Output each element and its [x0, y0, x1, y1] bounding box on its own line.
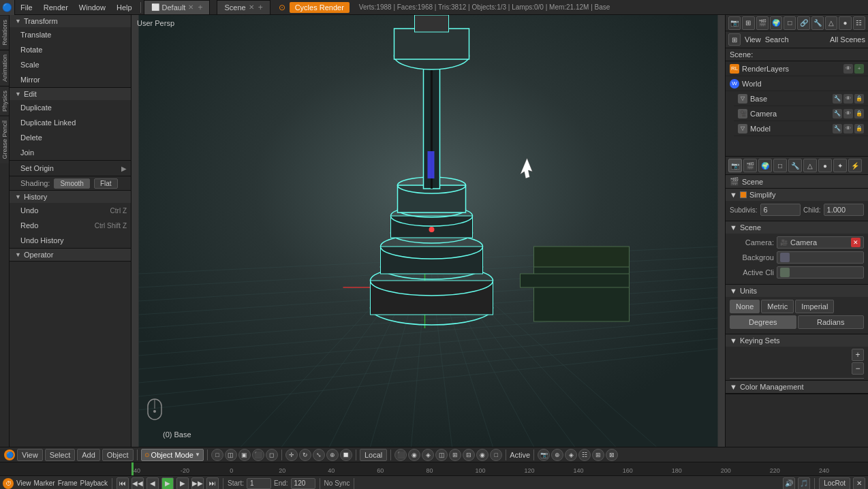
prop-tab-part[interactable]: ✦ — [833, 159, 847, 172]
outliner-allscenes-btn[interactable]: All Scenes — [830, 35, 865, 44]
transform-space-btn[interactable]: Local — [360, 449, 387, 461]
end-field[interactable]: 120 — [291, 478, 315, 489]
camera-field[interactable]: 🎥 Camera ✕ — [777, 236, 864, 249]
outliner-base[interactable]: ▽ Base 🔧 👁 🔒 — [734, 91, 868, 106]
object-menu-btn[interactable]: Object — [102, 449, 134, 461]
edit-header[interactable]: ▼ Edit — [10, 88, 131, 100]
select-btn[interactable]: Select — [45, 449, 76, 461]
play-prev-key[interactable]: ◀◀ — [131, 477, 144, 490]
play-next-key[interactable]: ▶▶ — [191, 477, 204, 490]
view-btn[interactable]: View — [17, 449, 43, 461]
set-origin-btn[interactable]: Set Origin ▶ — [10, 161, 131, 176]
subdiv-field[interactable]: 6 — [760, 204, 801, 216]
model-eye[interactable]: 👁 — [843, 124, 853, 133]
loc-rot-btn[interactable]: LocRot — [819, 477, 850, 490]
prop-data-tab[interactable]: △ — [825, 16, 837, 30]
tool-move[interactable]: ✛ — [285, 449, 298, 461]
render-engine-label[interactable]: Cycles Render — [290, 2, 350, 13]
units-metric-btn[interactable]: Metric — [761, 300, 794, 313]
camera-lock[interactable]: 🔒 — [854, 109, 864, 119]
overlay-btn5[interactable]: ⊞ — [449, 449, 461, 461]
play-jump-start[interactable]: ⏮ — [117, 477, 129, 490]
transform-header[interactable]: ▼ Transform — [10, 15, 131, 27]
audio-btn2[interactable]: 🎵 — [798, 477, 810, 490]
rv-btn5[interactable]: ⊞ — [592, 449, 604, 461]
audio-btn[interactable]: 🔊 — [783, 477, 795, 490]
play-jump-end[interactable]: ⏭ — [206, 477, 219, 490]
prop-scene-tab[interactable]: 🎬 — [756, 16, 769, 30]
outliner-view-btn[interactable]: View — [745, 35, 761, 44]
viewport-rendered-btn[interactable]: ⬛ — [252, 449, 264, 461]
rv-btn3[interactable]: ◈ — [565, 449, 577, 461]
undo-history-btn[interactable]: Undo History — [10, 233, 131, 248]
rv-btn2[interactable]: ⊕ — [551, 449, 563, 461]
units-degrees-btn[interactable]: Degrees — [730, 315, 796, 329]
duplicate-linked-btn[interactable]: Duplicate Linked — [10, 115, 131, 130]
scene-prop-header[interactable]: 🎬 Scene — [726, 175, 868, 188]
help-menu[interactable]: Help — [111, 0, 138, 15]
units-header[interactable]: ▼ Units — [726, 285, 868, 297]
viewport-solid2-btn[interactable]: ◻ — [266, 449, 278, 461]
viewport-solid-btn[interactable]: □ — [211, 449, 223, 461]
play-next-frame[interactable]: ▶ — [176, 477, 189, 490]
prop-tab-data2[interactable]: △ — [803, 159, 817, 172]
overlay-btn8[interactable]: □ — [490, 449, 502, 461]
overlay-btn2[interactable]: ◉ — [408, 449, 420, 461]
timeline-playback-btn[interactable]: Playback — [80, 479, 108, 487]
prop-texture-tab[interactable]: ☷ — [853, 16, 865, 30]
background-field[interactable] — [777, 251, 864, 264]
duplicate-btn[interactable]: Duplicate — [10, 100, 131, 115]
base-tool[interactable]: 🔧 — [833, 94, 842, 104]
renderlayers-eye[interactable]: 👁 — [843, 64, 853, 74]
prop-material-tab[interactable]: ● — [839, 16, 851, 30]
color-mgmt-header[interactable]: ▼ Color Management — [726, 381, 868, 394]
rotate-btn[interactable]: Rotate — [10, 42, 131, 57]
prop-tab-scene2[interactable]: 🎬 — [743, 159, 757, 172]
tool-rotate[interactable]: ↻ — [299, 449, 311, 461]
rv-btn1[interactable]: 📷 — [538, 449, 550, 461]
scale-btn[interactable]: Scale — [10, 57, 131, 72]
prop-constraints-tab[interactable]: 🔗 — [797, 16, 809, 30]
viewport-icon[interactable]: 🔵 — [4, 449, 15, 460]
outliner-world[interactable]: W World — [726, 76, 868, 91]
base-lock[interactable]: 🔒 — [854, 94, 864, 104]
overlay-btn3[interactable]: ◈ — [422, 449, 434, 461]
vtab-grease-pencil[interactable]: Grease Pencil — [0, 116, 9, 163]
outliner-camera[interactable]: 🎥 Camera 🔧 👁 🔒 — [734, 106, 868, 121]
operator-header[interactable]: ▼ Operator — [10, 249, 131, 261]
prop-tab-mod[interactable]: 🔧 — [788, 159, 802, 172]
undo-btn[interactable]: Undo Ctrl Z — [10, 203, 131, 218]
outliner-search-btn[interactable]: Search — [765, 35, 789, 44]
smooth-btn[interactable]: Smooth — [54, 178, 89, 189]
model-lock[interactable]: 🔒 — [854, 124, 864, 133]
delete-btn[interactable]: Delete — [10, 130, 131, 145]
units-radians-btn[interactable]: Radians — [798, 315, 865, 329]
prop-tab-phys[interactable]: ⚡ — [848, 159, 862, 172]
timeline-icon[interactable]: ⏱ — [3, 478, 14, 489]
redo-btn[interactable]: Redo Ctrl Shift Z — [10, 218, 131, 233]
overlay-btn6[interactable]: ⊟ — [463, 449, 475, 461]
app-icon[interactable]: 🔵 — [0, 0, 15, 15]
3d-viewport[interactable]: User Persp — [131, 15, 725, 447]
timeline-view-btn[interactable]: View — [16, 479, 31, 487]
camera-tool[interactable]: 🔧 — [833, 109, 842, 119]
timeline-frame-btn[interactable]: Frame — [58, 479, 78, 487]
renderlayers-add[interactable]: + — [854, 64, 864, 74]
prop-object-tab[interactable]: □ — [784, 16, 796, 30]
render-menu[interactable]: Render — [38, 0, 74, 15]
object-mode-btn[interactable]: ⊙ Object Mode ▼ — [141, 449, 204, 461]
keying-sets-header[interactable]: ▼ Keying Sets — [726, 334, 868, 347]
translate-btn[interactable]: Translate — [10, 27, 131, 42]
add-btn[interactable]: Add — [77, 449, 100, 461]
prop-tab-world2[interactable]: 🌍 — [758, 159, 772, 172]
history-header[interactable]: ▼ History — [10, 191, 131, 203]
vtab-relations[interactable]: Relations — [0, 15, 9, 50]
prop-tab-mat[interactable]: ● — [818, 159, 832, 172]
rv-btn4[interactable]: ☷ — [578, 449, 591, 461]
prop-world-tab[interactable]: 🌍 — [770, 16, 782, 30]
prop-tab-render[interactable]: 📷 — [728, 159, 742, 172]
child-field[interactable]: 1.000 — [824, 204, 864, 216]
join-btn[interactable]: Join — [10, 145, 131, 160]
camera-eye[interactable]: 👁 — [843, 109, 853, 119]
camera-clear-btn[interactable]: ✕ — [851, 238, 861, 247]
